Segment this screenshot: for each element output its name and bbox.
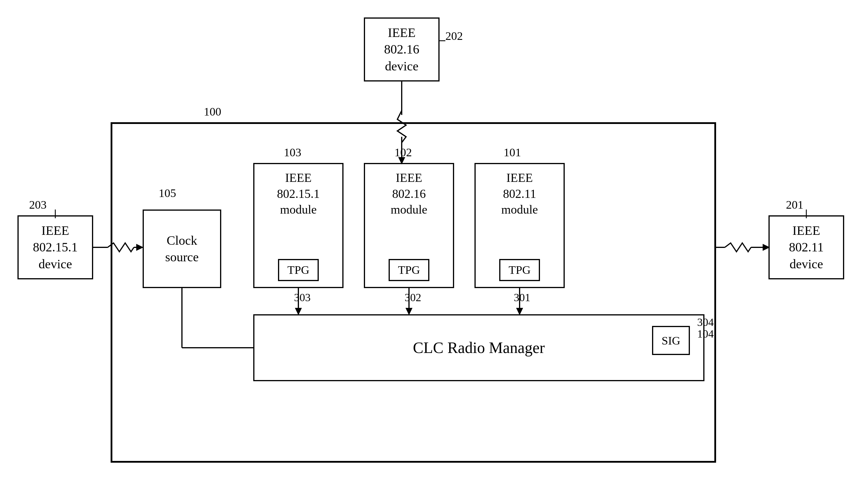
- ref-301: 301: [514, 291, 530, 304]
- sig-box: SIG: [652, 326, 690, 355]
- ieee-802-15-1-device-box: IEEE802.15.1device: [18, 215, 93, 279]
- ref-203: 203: [29, 198, 47, 212]
- ref-202: 202: [445, 29, 463, 43]
- tpg-102-label: TPG: [398, 264, 420, 277]
- ref-201: 201: [786, 198, 803, 212]
- ieee-802-16-module-box: IEEE802.16module TPG: [364, 163, 454, 288]
- tpg-103-box: TPG: [278, 259, 319, 281]
- ieee-left-label: IEEE802.15.1device: [33, 222, 78, 272]
- ieee-top-label: IEEE802.16device: [384, 24, 420, 75]
- ref-101: 101: [503, 145, 521, 159]
- clock-source-box: Clocksource: [143, 210, 221, 288]
- ieee-802-11-module-box: IEEE802.11module TPG: [475, 163, 565, 288]
- ref-304: 304: [697, 316, 714, 328]
- module-101-label: IEEE802.11module: [501, 170, 538, 218]
- module-103-label: IEEE802.15.1module: [277, 170, 320, 218]
- ref-102: 102: [395, 145, 412, 159]
- ref-105: 105: [159, 186, 176, 200]
- module-102-label: IEEE802.16module: [391, 170, 427, 218]
- ref-100: 100: [204, 105, 221, 119]
- clock-source-label: Clocksource: [165, 232, 199, 265]
- ieee-802-15-1-module-box: IEEE802.15.1module TPG: [253, 163, 344, 288]
- tpg-103-label: TPG: [287, 264, 309, 277]
- ieee-802-16-device-box: IEEE802.16device: [364, 18, 440, 81]
- sig-label: SIG: [662, 334, 680, 347]
- clc-radio-manager-box: CLC Radio Manager: [253, 314, 704, 381]
- ieee-802-11-device-box: IEEE802.11device: [768, 215, 844, 279]
- ref-104: 104: [697, 327, 714, 340]
- diagram: IEEE802.16device 202 100 IEEE802.15.1dev…: [0, 0, 866, 504]
- ieee-right-label: IEEE802.11device: [789, 222, 823, 272]
- ref-303: 303: [294, 291, 311, 304]
- tpg-102-box: TPG: [389, 259, 429, 281]
- tpg-101-label: TPG: [509, 264, 531, 277]
- ref-302: 302: [404, 291, 421, 304]
- tpg-101-box: TPG: [499, 259, 540, 281]
- clc-label: CLC Radio Manager: [413, 339, 545, 357]
- ref-103: 103: [284, 145, 301, 159]
